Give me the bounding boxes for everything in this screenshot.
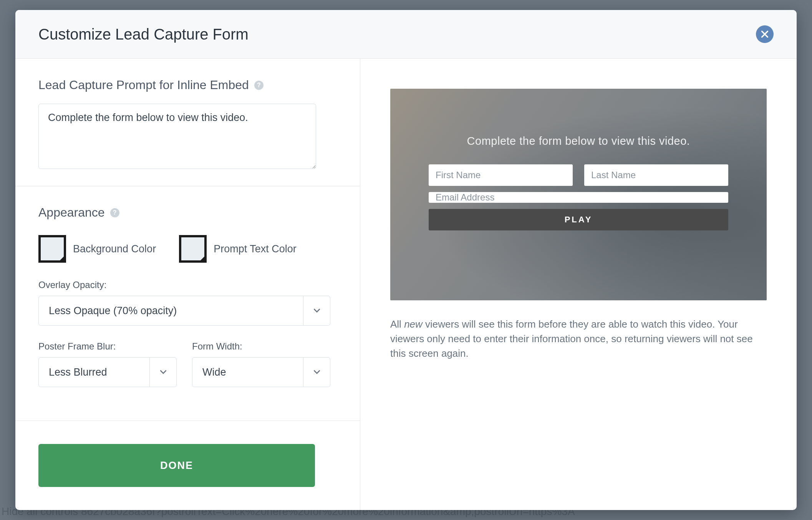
prompt-section: Lead Capture Prompt for Inline Embed ? [15,59,360,186]
two-selects-row: Poster Frame Blur: Less Blurred Form Wid… [38,341,337,387]
poster-frame-blur-select[interactable]: Less Blurred [38,357,177,387]
form-width-value: Wide [192,366,303,378]
close-icon [761,31,768,38]
close-button[interactable] [756,25,774,43]
modal-header: Customize Lead Capture Form [15,10,797,59]
prompt-text-color-swatch[interactable] [179,235,207,263]
poster-frame-blur-field: Poster Frame Blur: Less Blurred [38,341,177,387]
background-color-label: Background Color [73,243,156,255]
prompt-section-title: Lead Capture Prompt for Inline Embed ? [38,78,337,92]
appearance-title-text: Appearance [38,205,105,220]
background-color-picker[interactable]: Background Color [38,235,156,263]
help-em: new [404,318,423,330]
prompt-textarea[interactable] [38,104,316,169]
preview-column: Complete the form below to view this vid… [360,59,797,510]
help-icon[interactable]: ? [110,208,119,217]
preview-play-button[interactable]: PLAY [429,209,728,230]
chevron-down-icon [303,358,330,387]
modal-footer: DONE [15,421,360,510]
poster-frame-blur-value: Less Blurred [39,366,149,378]
prompt-text-color-picker[interactable]: Prompt Text Color [179,235,297,263]
preview-form: Complete the form below to view this vid… [429,135,728,230]
form-width-label: Form Width: [192,341,330,352]
help-icon[interactable]: ? [254,81,263,90]
help-post: viewers will see this form before they a… [390,318,753,359]
chevron-down-icon [303,296,330,325]
overlay-opacity-value: Less Opaque (70% opacity) [39,305,303,317]
poster-frame-blur-label: Poster Frame Blur: [38,341,177,352]
appearance-section: Appearance ? Background Color Prompt Tex… [15,186,360,402]
appearance-title: Appearance ? [38,205,337,220]
preview-help-text: All new viewers will see this form befor… [390,317,767,361]
done-button[interactable]: DONE [38,444,315,487]
color-row: Background Color Prompt Text Color [38,235,337,263]
preview-name-row: First Name Last Name [429,164,728,186]
preview-email-input[interactable]: Email Address [429,192,728,203]
preview-last-name-input[interactable]: Last Name [584,164,728,186]
form-width-field: Form Width: Wide [192,341,330,387]
prompt-title-text: Lead Capture Prompt for Inline Embed [38,78,249,92]
overlay-opacity-select[interactable]: Less Opaque (70% opacity) [38,296,330,326]
background-color-swatch[interactable] [38,235,66,263]
settings-column: Lead Capture Prompt for Inline Embed ? A… [15,59,360,510]
modal-title: Customize Lead Capture Form [38,26,249,43]
form-preview: Complete the form below to view this vid… [390,89,767,300]
prompt-text-color-label: Prompt Text Color [214,243,297,255]
chevron-down-icon [149,358,176,387]
form-width-select[interactable]: Wide [192,357,330,387]
preview-first-name-input[interactable]: First Name [429,164,573,186]
overlay-opacity-field: Overlay Opacity: Less Opaque (70% opacit… [38,280,330,326]
help-pre: All [390,318,404,330]
overlay-opacity-label: Overlay Opacity: [38,280,330,290]
preview-prompt-text: Complete the form below to view this vid… [429,135,728,147]
lead-capture-modal: Customize Lead Capture Form Lead Capture… [15,10,797,510]
modal-body: Lead Capture Prompt for Inline Embed ? A… [15,59,797,510]
preview-overlay: Complete the form below to view this vid… [390,89,767,300]
